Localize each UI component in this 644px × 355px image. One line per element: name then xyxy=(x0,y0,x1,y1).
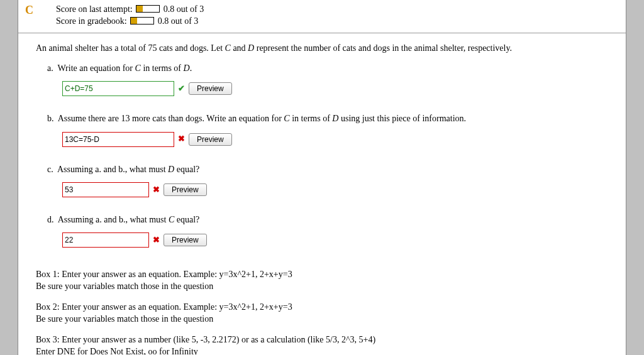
hints-block: Box 1: Enter your answer as an equation.… xyxy=(18,269,626,355)
parts-list: a. Write an equation for C in terms of D… xyxy=(36,62,613,248)
score-last-row: Score on last attempt: 0.8 out of 3 xyxy=(56,4,618,16)
hint-3: Box 3: Enter your answer as a number (li… xyxy=(36,334,613,355)
part-a-mid: in terms of xyxy=(141,63,184,73)
score-last-bar xyxy=(136,5,160,13)
score-book-label: Score in gradebook: xyxy=(56,16,127,26)
hint-3b: Enter DNE for Does Not Exist, oo for Inf… xyxy=(36,347,198,355)
part-b-letter: b. xyxy=(47,114,54,123)
part-a-letter: a. xyxy=(47,63,53,73)
cross-icon: ✖ xyxy=(178,133,185,145)
part-a: a. Write an equation for C in terms of D… xyxy=(47,62,613,96)
part-a-lead: Write an equation for xyxy=(57,63,135,73)
part-b-answer-line: ✖ Preview xyxy=(62,132,613,147)
hint-2a: Box 2: Enter your answer as an equation.… xyxy=(36,302,292,312)
part-d-tail: equal? xyxy=(174,215,199,224)
part-c-lead: Assuming a. and b., what must xyxy=(57,165,168,174)
prompt-lead: An animal shelter has a total of 75 cats… xyxy=(36,43,225,53)
part-a-tail: . xyxy=(190,63,192,73)
part-b-c: C xyxy=(284,114,289,123)
score-book-row: Score in gradebook: 0.8 out of 3 xyxy=(56,16,618,28)
part-c-d: D xyxy=(168,165,174,174)
hint-1: Box 1: Enter your answer as an equation.… xyxy=(36,269,613,293)
part-b-d: D xyxy=(332,114,338,123)
part-a-preview-button[interactable]: Preview xyxy=(189,82,232,95)
part-d-answer-input[interactable] xyxy=(62,232,149,248)
question-body: An animal shelter has a total of 75 cats… xyxy=(18,33,626,269)
cross-icon: ✖ xyxy=(153,234,160,246)
part-c-tail: equal? xyxy=(174,165,199,174)
part-b-answer-input[interactable] xyxy=(62,132,174,147)
part-c-letter: c. xyxy=(47,165,53,174)
question-panel: C Score on last attempt: 0.8 out of 3 Sc… xyxy=(18,0,626,355)
part-a-answer-input[interactable] xyxy=(62,81,174,96)
prompt-d: D xyxy=(248,43,254,53)
score-block: Score on last attempt: 0.8 out of 3 Scor… xyxy=(18,0,626,33)
score-last-value: 0.8 out of 3 xyxy=(164,4,204,14)
part-c: c. Assuming a. and b., what must D equal… xyxy=(47,163,613,197)
page-outer: C Score on last attempt: 0.8 out of 3 Sc… xyxy=(0,0,644,355)
check-icon: ✔ xyxy=(178,83,185,95)
part-b-tail: using just this piece of information. xyxy=(338,114,466,123)
part-c-text: Assuming a. and b., what must D equal? xyxy=(57,165,199,174)
part-d-text: Assuming a. and b., what must C equal? xyxy=(58,215,200,224)
cross-icon: ✖ xyxy=(153,184,160,196)
prompt-mid1: and xyxy=(231,43,248,53)
score-book-bar xyxy=(130,17,154,25)
part-d-c-var: C xyxy=(169,215,174,224)
hint-2: Box 2: Enter your answer as an equation.… xyxy=(36,302,613,325)
hint-3a: Box 3: Enter your answer as a number (li… xyxy=(36,335,375,344)
part-a-text: Write an equation for C in terms of D. xyxy=(57,63,192,73)
score-last-bar-fill xyxy=(136,6,143,12)
part-b-lead: Assume there are 13 more cats than dogs.… xyxy=(58,114,284,123)
hint-1a: Box 1: Enter your answer as an equation.… xyxy=(36,270,292,279)
part-a-c: C xyxy=(135,63,141,73)
part-d-lead: Assuming a. and b., what must xyxy=(58,215,169,224)
part-c-answer-line: ✖ Preview xyxy=(62,182,613,197)
part-d-preview-button[interactable]: Preview xyxy=(164,234,207,246)
score-last-label: Score on last attempt: xyxy=(56,4,133,14)
part-d: d. Assuming a. and b., what must C equal… xyxy=(47,214,613,248)
part-d-letter: d. xyxy=(47,215,54,224)
prompt-c: C xyxy=(225,43,231,53)
score-book-bar-fill xyxy=(131,18,137,24)
part-a-d: D xyxy=(184,63,190,73)
hint-1b: Be sure your variables match those in th… xyxy=(36,281,213,291)
reload-icon[interactable]: C xyxy=(25,4,33,17)
part-d-answer-line: ✖ Preview xyxy=(62,232,613,248)
hint-2b: Be sure your variables match those in th… xyxy=(36,314,213,324)
part-b-text: Assume there are 13 more cats than dogs.… xyxy=(58,114,466,123)
part-b-preview-button[interactable]: Preview xyxy=(189,133,232,146)
part-a-answer-line: ✔ Preview xyxy=(62,81,613,96)
score-book-value: 0.8 out of 3 xyxy=(158,16,199,26)
question-prompt: An animal shelter has a total of 75 cats… xyxy=(36,42,613,55)
part-b: b. Assume there are 13 more cats than do… xyxy=(47,112,613,146)
part-c-preview-button[interactable]: Preview xyxy=(164,183,207,196)
part-c-answer-input[interactable] xyxy=(62,182,149,197)
part-b-mid: in terms of xyxy=(290,114,333,123)
prompt-tail: represent the number of cats and dogs in… xyxy=(254,43,512,53)
